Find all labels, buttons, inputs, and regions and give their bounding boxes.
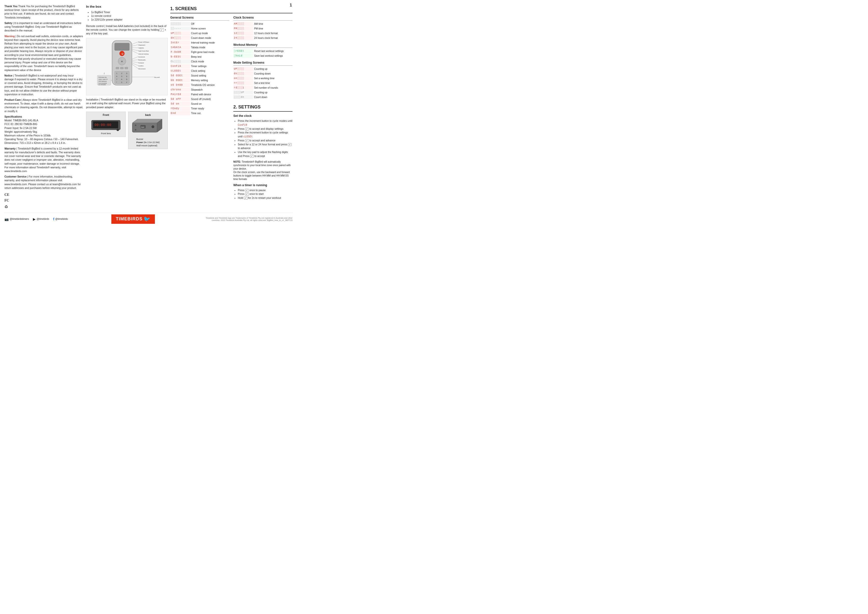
screen-desc-hold: Save last workout settings bbox=[254, 54, 283, 58]
screen-desc-soundon: Sound on bbox=[191, 102, 202, 106]
middle-column: In the box 1x BigBird Timer 1x remote co… bbox=[86, 5, 168, 210]
ce-mark: CE bbox=[5, 192, 84, 197]
screen-countup: UP░░░░ Count up mode bbox=[170, 31, 229, 36]
svg-line-22 bbox=[132, 42, 138, 44]
svg-text:#: # bbox=[126, 81, 127, 83]
svg-line-28 bbox=[132, 49, 138, 51]
screen-code-beeptest: b-EESt bbox=[170, 55, 190, 59]
svg-text:9: 9 bbox=[126, 78, 127, 80]
left-column: Thank You Thank You for purchasing the T… bbox=[5, 5, 84, 210]
screen-countdown: dn░░░░ Count down mode bbox=[170, 36, 229, 40]
spec-dimensions: Dimensions: 715 x 213 x 42mm or 28.2 x 8… bbox=[5, 141, 84, 145]
confirm-button-icon: ✓ bbox=[160, 28, 164, 32]
svg-rect-8 bbox=[125, 67, 128, 69]
screen-code-amtime: AM░░░░ bbox=[233, 22, 253, 26]
instagram-link[interactable]: 📷 @timebirdstimers bbox=[5, 217, 29, 221]
screen-desc-off: Off bbox=[191, 22, 194, 26]
screen-code-paired: PAirEd bbox=[170, 92, 190, 96]
screen-code-mode-dn: ░░░░dn bbox=[233, 95, 253, 99]
screen-pmtime: PM░░░░ PM time bbox=[233, 26, 293, 31]
screen-code-timeout: End bbox=[170, 111, 190, 115]
svg-text:2: 2 bbox=[121, 73, 122, 74]
screen-desc-soundset: Sound setting bbox=[191, 74, 206, 78]
when-timer-list: Press ✓ once to pause Press ✓ once to st… bbox=[233, 188, 293, 200]
when-timer-step-2: Press ✓ once to start bbox=[238, 192, 293, 196]
customer-service-label: Customer Service bbox=[5, 175, 26, 178]
screen-ready: rEAdy Timer ready bbox=[170, 106, 229, 111]
screen-desc-soundoff: Sound off (muted) bbox=[191, 97, 211, 101]
front-label: Front bbox=[103, 113, 109, 117]
right-column: 1. SCREENS General Screens ░░░░░░ Off ░░… bbox=[170, 5, 293, 210]
screen-code-countdown: dn░░░░ bbox=[170, 36, 190, 40]
svg-point-55 bbox=[116, 129, 119, 131]
svg-text:PWR: PWR bbox=[141, 126, 144, 128]
notice-text: | Timebirds® BigBird is not waterproof a… bbox=[5, 74, 82, 96]
screen-mode-rounds: rd░░░1 Set number of rounds bbox=[233, 85, 293, 90]
wall-mount-optional: (optional) bbox=[148, 145, 157, 147]
screen-code-chrono: chrono bbox=[170, 88, 190, 92]
screen-code-reset: ░rESEt bbox=[233, 49, 253, 53]
svg-text:⊕: ⊕ bbox=[121, 60, 123, 63]
svg-text:3: 3 bbox=[126, 73, 127, 74]
svg-line-36 bbox=[132, 62, 138, 63]
in-the-box-item-1: 1x BigBird Timer bbox=[91, 10, 168, 14]
screen-home: ░░---- Home screen bbox=[170, 26, 229, 31]
remote-control-para: Remote control | Install two AAA batteri… bbox=[86, 24, 168, 36]
screen-12hr: 12░░░░ 12 hours clock format bbox=[233, 31, 293, 36]
screen-desc-beeptest: Beep test bbox=[191, 55, 202, 59]
svg-point-62 bbox=[135, 124, 136, 126]
screen-desc-clock: Clock mode bbox=[191, 60, 204, 64]
screen-mode-countup: UP░░░░ Counting up bbox=[233, 67, 293, 71]
svg-text:5: 5 bbox=[121, 76, 122, 77]
screen-desc-fgb: Fight gone bad mode bbox=[191, 50, 214, 54]
svg-text:Fight Gone Bad: Fight Gone Bad bbox=[138, 50, 149, 52]
warning-para: Warning | Do not overload wall outlets, … bbox=[5, 34, 84, 72]
remote-control-label: Remote control bbox=[86, 25, 104, 28]
screen-desc-pmtime: PM time bbox=[254, 27, 263, 30]
screen-desc-clockset: Clock setting bbox=[191, 69, 205, 73]
screen-soundon: Sd on Sound on bbox=[170, 102, 229, 106]
certifications: CE FC ♻ bbox=[5, 192, 84, 210]
screen-desc-24hr: 24 hours clock format bbox=[254, 36, 278, 40]
logo-text: TIMEBIRDS bbox=[116, 216, 143, 222]
screen-desc-amtime: AM time bbox=[254, 22, 263, 26]
product-care-para: Product Care | Always store Timebirds® B… bbox=[5, 98, 84, 113]
mode-setting-title: Mode Setting Screens bbox=[233, 61, 293, 65]
warranty-label: Warranty bbox=[5, 147, 16, 150]
screen-desc-timeout: Time out. bbox=[191, 111, 201, 115]
screen-desc-mode-up: Counting up bbox=[254, 91, 268, 94]
svg-text:Interval training: Interval training bbox=[138, 53, 149, 55]
screen-config: ConFi9 Timer settings bbox=[170, 64, 229, 68]
screen-code-mode-up: ░░░░UP bbox=[233, 90, 253, 95]
screen-desc-mode-countup: Counting up bbox=[254, 67, 268, 71]
footer-logo: TIMEBIRDS 🐦 bbox=[112, 215, 155, 224]
svg-text:cover, insert 2x: cover, insert 2x bbox=[98, 78, 108, 80]
screen-desc-mode-rounds: Set number of rounds bbox=[254, 86, 278, 90]
svg-text:Decrement: Decrement bbox=[138, 68, 146, 70]
facebook-link[interactable]: f @timebirds bbox=[53, 217, 68, 221]
note-content2: On the clock screen, use the backward an… bbox=[233, 171, 290, 180]
screen-desc-12hr: 12 hours clock format bbox=[254, 31, 278, 35]
power-spec: (9v 2.5A 22.5W) bbox=[144, 141, 160, 144]
screen-fgb: F-9obR Fight gone bad mode bbox=[170, 50, 229, 54]
screen-desc-memoryset: Memory setting bbox=[191, 78, 208, 82]
screen-desc-config: Timer settings bbox=[191, 64, 206, 68]
screen-desc-interval: Interval training mode bbox=[191, 41, 215, 45]
screen-tabata: tAbAtA Tabata mode bbox=[170, 45, 229, 50]
svg-text:as indicated,: as indicated, bbox=[98, 84, 106, 85]
screen-mode-dn: ░░░░dn Count down bbox=[233, 95, 293, 99]
logo-bird-icon: 🐦 bbox=[144, 216, 150, 222]
screen-code-soundset: Sd OSEt bbox=[170, 73, 190, 78]
spec-model: Model: TIMEBI-BIG-1A1-BLA bbox=[5, 118, 84, 122]
back-label: back bbox=[145, 113, 151, 117]
clock-screens-column: Clock Screens AM░░░░ AM time PM░░░░ PM t… bbox=[233, 16, 293, 202]
notice-para: Notice | Timebirds® BigBird is not water… bbox=[5, 74, 84, 96]
screen-code-mode-testtime: rr░░░░ bbox=[233, 81, 253, 85]
screen-code-mode-worktime: on░░░░ bbox=[233, 76, 253, 81]
back-device-box: back PWR bbox=[128, 112, 168, 149]
youtube-link[interactable]: ▶ @timebirds bbox=[33, 217, 49, 221]
screen-paired: PAirEd Paired with device bbox=[170, 92, 229, 96]
screen-code-clockset: cLOSEt bbox=[170, 69, 190, 73]
thank-you-label: Thank You bbox=[5, 5, 17, 8]
installation-para: Installation | Timebirds® BigBird can st… bbox=[86, 98, 168, 109]
